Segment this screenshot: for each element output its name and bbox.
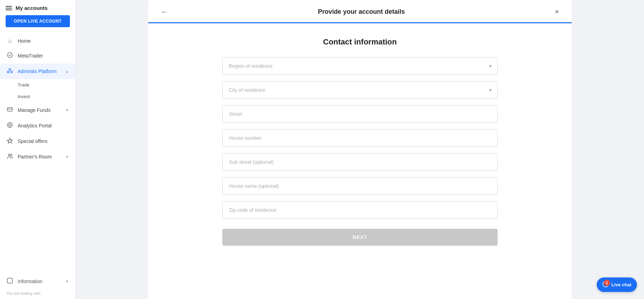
sidebar-item-special-offers[interactable]: Special offers: [0, 133, 76, 149]
modal-header: ← Provide your account details ×: [148, 0, 572, 23]
city-select-wrapper: ▼ City of residence: [222, 81, 498, 99]
sidebar-sub-item-trade[interactable]: Trade: [0, 79, 76, 91]
trading-with-label: You are trading with: [0, 289, 76, 299]
sidebar-item-partners-room[interactable]: Partner's Room ▼: [0, 149, 76, 165]
house-number-field-group: [222, 129, 498, 147]
sub-street-input[interactable]: [222, 153, 498, 171]
section-title: Contact information: [222, 37, 498, 47]
svg-rect-9: [7, 278, 12, 283]
live-chat-bubble[interactable]: ? 1 Live chat: [597, 277, 637, 292]
sidebar-item-admirals-platform[interactable]: Admirals Platform ▲: [0, 64, 76, 79]
live-chat-icon-wrap: ? 1: [602, 281, 609, 288]
zip-input[interactable]: [222, 201, 498, 219]
next-button[interactable]: NEXT: [222, 229, 498, 246]
house-number-input[interactable]: [222, 129, 498, 147]
svg-point-2: [11, 71, 13, 73]
live-chat-badge: 1: [604, 280, 610, 286]
partners-room-icon: [6, 153, 13, 161]
house-name-field-group: [222, 177, 498, 195]
modal-card: ← Provide your account details × Contact…: [148, 0, 572, 299]
sub-street-field-group: [222, 153, 498, 171]
hamburger-icon[interactable]: [6, 6, 12, 10]
svg-point-7: [8, 154, 10, 156]
sidebar-item-home[interactable]: ⌂ Home: [0, 34, 76, 48]
region-select[interactable]: [222, 57, 498, 75]
sidebar-item-special-offers-label: Special offers: [18, 138, 48, 144]
sidebar-item-metatrader[interactable]: MetaTrader: [0, 48, 76, 64]
admirals-platform-icon: [6, 67, 13, 75]
sidebar-item-metatrader-label: MetaTrader: [18, 53, 43, 59]
manage-funds-icon: [6, 106, 13, 114]
svg-point-5: [7, 122, 12, 127]
sidebar-item-information-label: Information: [18, 279, 42, 284]
city-field-group: ▼ City of residence: [222, 81, 498, 99]
sidebar-my-accounts: My accounts: [6, 5, 70, 11]
partners-room-chevron: ▼: [65, 155, 69, 159]
sidebar-item-home-label: Home: [18, 38, 31, 44]
back-button[interactable]: ←: [158, 6, 171, 17]
manage-funds-chevron: ▼: [65, 108, 69, 112]
region-select-wrapper: ▼ Region of residence: [222, 57, 498, 75]
city-select[interactable]: [222, 81, 498, 99]
sidebar-item-analytics-portal-label: Analytics Portal: [18, 123, 52, 128]
sidebar-item-manage-funds[interactable]: Manage Funds ▼: [0, 102, 76, 118]
open-live-account-button[interactable]: OPEN LIVE ACCOUNT: [6, 15, 70, 27]
information-icon: [6, 277, 13, 285]
metatrader-icon: [6, 52, 13, 60]
sidebar-item-information[interactable]: Information ▼: [0, 274, 76, 289]
sidebar-sub-item-invest[interactable]: Invest: [0, 91, 76, 102]
region-field-group: ▼ Region of residence: [222, 57, 498, 75]
house-name-input[interactable]: [222, 177, 498, 195]
close-button[interactable]: ×: [552, 6, 562, 17]
sidebar-item-partners-room-label: Partner's Room: [18, 154, 52, 160]
next-btn-group: NEXT: [222, 225, 498, 246]
main-content: ← Provide your account details × Contact…: [76, 0, 644, 299]
svg-rect-4: [7, 108, 12, 111]
admirals-platform-chevron: ▲: [65, 69, 69, 73]
analytics-portal-icon: [6, 122, 13, 130]
sidebar: My accounts OPEN LIVE ACCOUNT ⌂ Home Met…: [0, 0, 76, 299]
live-chat-label: Live chat: [612, 282, 631, 287]
my-accounts-label: My accounts: [16, 5, 48, 11]
zip-field-group: [222, 201, 498, 219]
svg-point-3: [7, 71, 9, 73]
modal-title: Provide your account details: [171, 8, 552, 16]
home-icon: ⌂: [6, 38, 13, 44]
modal-body: Contact information ▼ Region of residenc…: [201, 23, 519, 266]
sidebar-item-admirals-platform-label: Admirals Platform: [18, 68, 56, 74]
sidebar-item-analytics-portal[interactable]: Analytics Portal: [0, 118, 76, 133]
svg-point-6: [9, 124, 11, 126]
sidebar-header: My accounts OPEN LIVE ACCOUNT: [0, 0, 76, 31]
street-field-group: [222, 105, 498, 123]
svg-point-1: [9, 69, 11, 71]
special-offers-icon: [6, 137, 13, 145]
svg-point-8: [11, 154, 12, 156]
sidebar-item-manage-funds-label: Manage Funds: [18, 107, 50, 113]
street-input[interactable]: [222, 105, 498, 123]
sidebar-nav: ⌂ Home MetaTrader Admirals Platform ▲ Tr…: [0, 31, 76, 274]
information-chevron: ▼: [65, 279, 69, 283]
